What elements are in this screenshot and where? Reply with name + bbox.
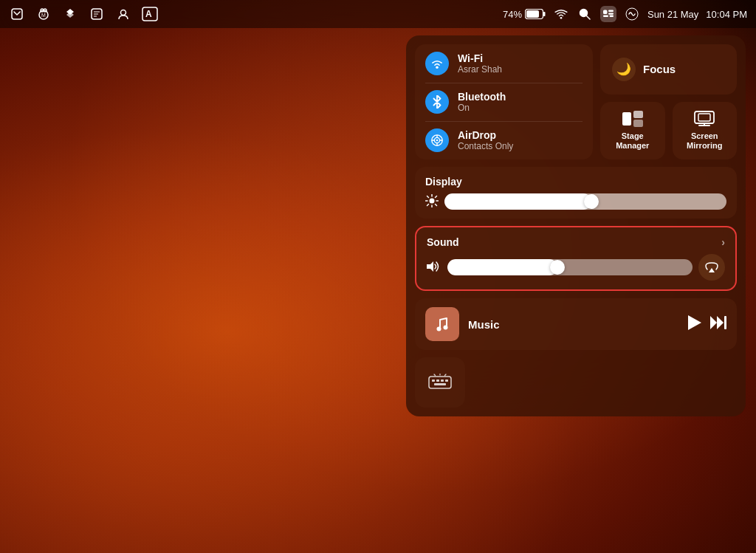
- reminders-icon[interactable]: [9, 6, 25, 22]
- siri-menubar-icon[interactable]: [624, 6, 640, 22]
- sound-chevron-icon[interactable]: ›: [721, 236, 725, 248]
- bluetooth-subtitle: On: [458, 103, 506, 113]
- keyboard-brightness-control[interactable]: [415, 357, 465, 408]
- finder-icon[interactable]: [89, 6, 105, 22]
- screen-mirroring-icon: [694, 111, 715, 127]
- wifi-subtitle: Asrar Shah: [458, 64, 502, 75]
- svg-point-50: [437, 327, 441, 332]
- airdrop-info: AirDrop Contacts Only: [458, 129, 513, 151]
- svg-point-26: [436, 66, 439, 69]
- music-play-button[interactable]: [688, 315, 701, 334]
- svg-rect-56: [429, 377, 451, 388]
- svg-rect-22: [608, 13, 614, 14]
- mela-icon[interactable]: M: [35, 6, 52, 22]
- svg-marker-49: [709, 268, 715, 272]
- screen-mirroring-control[interactable]: Screen Mirroring: [673, 102, 738, 159]
- focus-control[interactable]: 🌙 Focus: [600, 44, 737, 95]
- wifi-control-icon: [425, 52, 449, 75]
- svg-marker-53: [710, 316, 717, 329]
- wifi-control[interactable]: Wi-Fi Asrar Shah: [415, 44, 593, 83]
- svg-rect-38: [698, 114, 710, 121]
- bluetooth-control[interactable]: Bluetooth On: [415, 83, 593, 121]
- battery-icon: [525, 9, 546, 19]
- svg-text:M: M: [41, 13, 46, 18]
- font-switcher-icon[interactable]: A: [142, 6, 158, 22]
- svg-line-47: [427, 204, 429, 205]
- wifi-name: Wi-Fi: [458, 52, 502, 64]
- menubar-right: 74%: [503, 6, 747, 22]
- music-controls: [688, 315, 726, 334]
- cc-network-group: Wi-Fi Asrar Shah Bluetooth On: [415, 44, 593, 159]
- airdrop-name: AirDrop: [458, 129, 513, 141]
- brightness-slider[interactable]: [444, 193, 726, 210]
- search-menubar-icon[interactable]: [577, 6, 593, 22]
- contacts-icon[interactable]: [115, 6, 131, 22]
- battery-percent: 74%: [503, 9, 522, 20]
- svg-rect-61: [434, 383, 446, 385]
- cc-right-group: 🌙 Focus Stage Manager: [600, 44, 737, 159]
- svg-rect-34: [622, 112, 631, 126]
- display-label: Display: [425, 176, 462, 188]
- keyboard-brightness-icon: [428, 374, 452, 391]
- svg-point-11: [121, 10, 126, 16]
- wifi-menubar-icon[interactable]: [553, 6, 569, 22]
- svg-point-51: [444, 326, 448, 330]
- bluetooth-info: Bluetooth On: [458, 91, 506, 113]
- svg-rect-59: [441, 379, 444, 382]
- display-slider-row: [425, 193, 726, 210]
- cc-bottom-btns: Stage Manager Screen Mirroring: [600, 102, 737, 159]
- svg-rect-16: [526, 10, 539, 18]
- focus-label: Focus: [643, 63, 676, 75]
- svg-rect-36: [633, 120, 643, 127]
- svg-rect-15: [543, 12, 546, 16]
- dropbox-icon[interactable]: [62, 6, 78, 22]
- control-center-menubar-icon[interactable]: [600, 6, 616, 22]
- bluetooth-name: Bluetooth: [458, 91, 506, 103]
- airdrop-control[interactable]: AirDrop Contacts Only: [415, 121, 593, 159]
- bluetooth-control-icon: [425, 90, 449, 114]
- display-section: Display: [415, 167, 737, 219]
- music-skip-button[interactable]: [710, 316, 726, 333]
- svg-point-39: [430, 198, 435, 203]
- sound-slider-row: [427, 254, 725, 281]
- svg-line-46: [436, 196, 437, 197]
- svg-rect-23: [603, 16, 608, 17]
- svg-line-44: [427, 196, 429, 197]
- stage-manager-icon: [622, 111, 643, 127]
- svg-rect-21: [608, 10, 614, 12]
- volume-icon: [427, 261, 441, 275]
- control-center-panel: Wi-Fi Asrar Shah Bluetooth On: [406, 35, 746, 416]
- airdrop-control-icon: [425, 128, 449, 152]
- focus-icon: 🌙: [612, 58, 636, 81]
- svg-marker-6: [66, 12, 74, 18]
- music-app-icon: [425, 307, 459, 341]
- svg-line-19: [586, 16, 590, 20]
- airplay-button[interactable]: [698, 254, 725, 281]
- svg-rect-55: [724, 316, 726, 329]
- svg-marker-54: [717, 316, 724, 329]
- stage-manager-control[interactable]: Stage Manager: [600, 102, 665, 159]
- screen-mirroring-label: Screen Mirroring: [678, 131, 732, 151]
- volume-slider[interactable]: [447, 259, 693, 275]
- svg-rect-57: [432, 379, 435, 382]
- svg-rect-58: [436, 379, 439, 382]
- brightness-icon: [425, 194, 439, 210]
- svg-line-45: [436, 204, 437, 205]
- svg-text:A: A: [145, 9, 152, 19]
- music-section: Music: [415, 298, 737, 350]
- menubar-datetime: Sun 21 May: [647, 9, 698, 20]
- svg-rect-24: [610, 16, 614, 17]
- svg-point-29: [436, 140, 439, 142]
- svg-marker-48: [427, 261, 433, 272]
- menubar: M: [0, 0, 756, 28]
- cc-top-row: Wi-Fi Asrar Shah Bluetooth On: [415, 44, 737, 159]
- wifi-info: Wi-Fi Asrar Shah: [458, 52, 502, 75]
- menubar-time: 10:04 PM: [706, 9, 747, 20]
- svg-rect-20: [603, 10, 607, 14]
- sound-section: Sound ›: [415, 226, 737, 291]
- cc-last-row: [415, 357, 737, 408]
- airdrop-subtitle: Contacts Only: [458, 141, 513, 151]
- svg-line-64: [445, 374, 447, 376]
- sound-header: Sound ›: [427, 236, 725, 248]
- stage-manager-label: Stage Manager: [606, 131, 659, 151]
